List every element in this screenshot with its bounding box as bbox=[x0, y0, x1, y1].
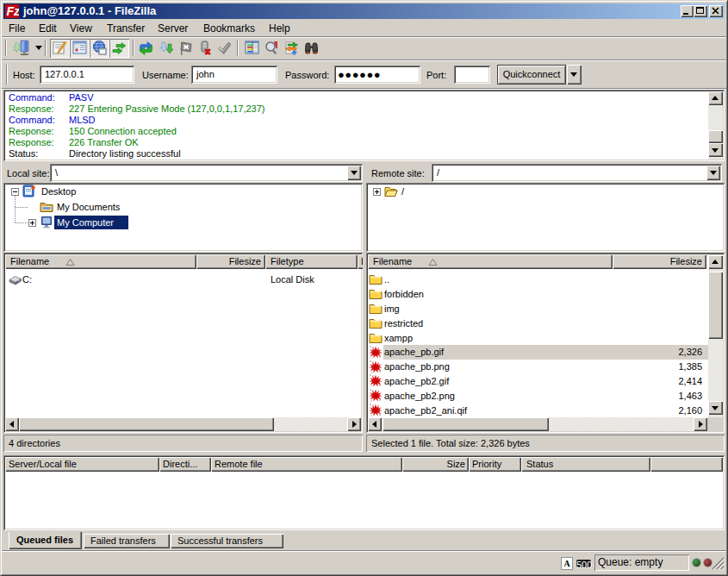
svg-text:Fz: Fz bbox=[7, 4, 20, 18]
